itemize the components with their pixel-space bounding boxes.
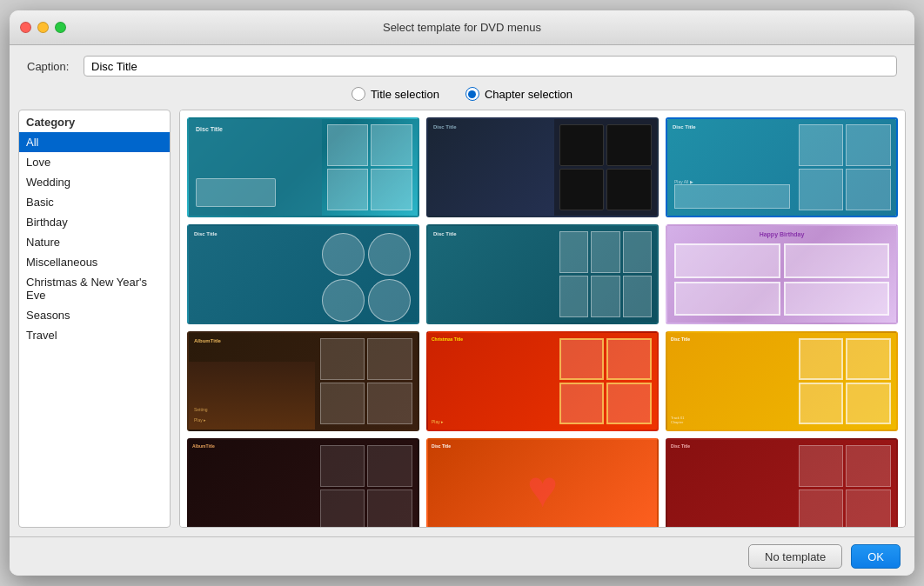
- title-selection-label: Title selection: [371, 88, 439, 101]
- minimize-button[interactable]: [37, 22, 49, 33]
- template-2[interactable]: Disc Title: [426, 117, 659, 217]
- main-window: Select template for DVD menus Caption: T…: [10, 10, 914, 576]
- sidebar-item-all[interactable]: All: [19, 132, 170, 152]
- template-4[interactable]: Disc Title: [187, 224, 419, 324]
- chapter-selection-option[interactable]: Chapter selection: [465, 87, 572, 101]
- chapter-selection-label: Chapter selection: [485, 88, 572, 101]
- caption-label: Caption:: [27, 60, 75, 73]
- template-11[interactable]: ♥ Disc Title: [426, 438, 659, 528]
- template-7[interactable]: AlbumTitle Play ▸ Setting: [187, 331, 419, 431]
- template-12[interactable]: Disc Title: [666, 438, 898, 528]
- caption-row: Caption:: [10, 45, 914, 83]
- title-selection-option[interactable]: Title selection: [352, 87, 439, 101]
- sidebar-item-love[interactable]: Love: [19, 152, 170, 172]
- template-5[interactable]: Disc Title: [426, 224, 659, 324]
- sidebar-item-seasons[interactable]: Seasons: [19, 305, 170, 325]
- template-6[interactable]: Happy Birthday: [666, 224, 898, 324]
- radio-row: Title selection Chapter selection: [10, 83, 914, 110]
- traffic-lights: [20, 22, 66, 33]
- template-9[interactable]: Disc Title Track 01 Chapter: [666, 331, 898, 431]
- sidebar-item-miscellaneous[interactable]: Miscellaneous: [19, 252, 170, 272]
- no-template-button[interactable]: No template: [748, 544, 842, 569]
- sidebar-item-birthday[interactable]: Birthday: [19, 212, 170, 232]
- close-button[interactable]: [20, 22, 31, 33]
- maximize-button[interactable]: [55, 22, 66, 33]
- sidebar-item-christmas[interactable]: Christmas & New Year's Eve: [19, 272, 170, 305]
- bottom-bar: No template OK: [10, 536, 914, 576]
- title-selection-radio[interactable]: [352, 87, 365, 101]
- caption-input[interactable]: [84, 56, 897, 77]
- category-sidebar: Category All Love Wedding Basic Birthday…: [18, 110, 171, 528]
- templates-grid: Disc Title Disc Title: [179, 110, 906, 528]
- sidebar-item-nature[interactable]: Nature: [19, 232, 170, 252]
- category-heading: Category: [19, 110, 170, 132]
- title-bar: Select template for DVD menus: [10, 10, 914, 45]
- chapter-selection-radio[interactable]: [465, 87, 479, 101]
- template-10[interactable]: AlbumTitle Play ▸: [187, 438, 419, 528]
- ok-button[interactable]: OK: [851, 544, 901, 569]
- template-8[interactable]: Christmas Title Play ▸: [426, 331, 659, 431]
- main-area: Category All Love Wedding Basic Birthday…: [10, 110, 914, 536]
- sidebar-item-wedding[interactable]: Wedding: [19, 172, 170, 192]
- sidebar-item-travel[interactable]: Travel: [19, 325, 170, 345]
- sidebar-item-basic[interactable]: Basic: [19, 192, 170, 212]
- template-3[interactable]: Disc Title Play All ▶: [666, 117, 898, 217]
- window-title: Select template for DVD menus: [383, 21, 541, 34]
- template-1[interactable]: Disc Title: [187, 117, 419, 217]
